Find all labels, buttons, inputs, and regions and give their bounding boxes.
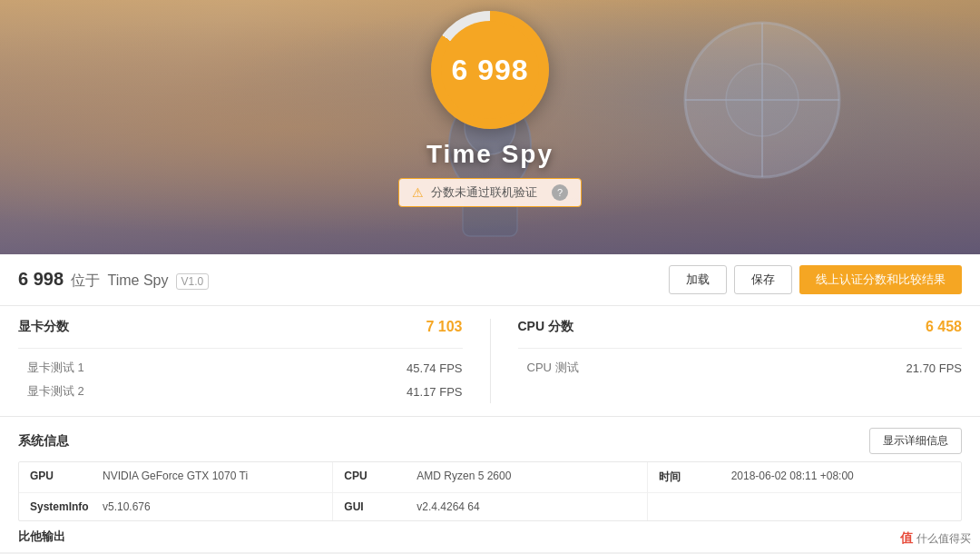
gpu-test-1-value: 45.74 FPS xyxy=(407,361,462,375)
watermark-icon: 值 xyxy=(900,530,913,547)
show-details-button[interactable]: 显示详细信息 xyxy=(869,428,962,454)
footer-note: 比他输出 xyxy=(0,521,980,552)
gpu-test-row-1: 显卡测试 1 45.74 FPS xyxy=(18,356,463,380)
sysinfo-cell-gui: GUI v2.4.4264 64 xyxy=(333,493,647,520)
cpu-panel: CPU 分数 6 458 CPU 测试 21.70 FPS xyxy=(518,319,963,403)
score-section: 6 998 Time Spy ⚠ 分数未通过联机验证 ? xyxy=(398,11,582,207)
title-left: 6 998 位于 Time Spy V1.0 xyxy=(18,269,209,291)
cpu-panel-header: CPU 分数 6 458 xyxy=(518,319,963,341)
sysinfo-value: v5.10.676 xyxy=(103,500,151,513)
gpu-test-1-label: 显卡测试 1 xyxy=(18,360,84,376)
gpu-panel-title: 显卡分数 xyxy=(18,319,69,335)
sysinfo-cell-gpu: GPU NVIDIA GeForce GTX 1070 Ti xyxy=(19,462,333,492)
gpu-panel: 显卡分数 7 103 显卡测试 1 45.74 FPS 显卡测试 2 41.17… xyxy=(18,319,463,403)
main-content: 6 998 位于 Time Spy V1.0 加载 保存 线上认证分数和比较结果… xyxy=(0,254,980,552)
sysinfo-row-1: GPU NVIDIA GeForce GTX 1070 Ti CPU AMD R… xyxy=(19,462,961,493)
sysinfo-table: GPU NVIDIA GeForce GTX 1070 Ti CPU AMD R… xyxy=(18,461,962,521)
sysinfo-cell-empty xyxy=(648,493,961,520)
sysinfo-label: SystemInfo xyxy=(30,500,103,513)
panel-separator xyxy=(490,319,491,403)
cpu-label: CPU xyxy=(344,470,416,485)
gpu-test-row-2: 显卡测试 2 41.17 FPS xyxy=(18,380,463,403)
hero-section: 6 998 Time Spy ⚠ 分数未通过联机验证 ? xyxy=(0,0,980,254)
cpu-test-1-label: CPU 测试 xyxy=(518,360,579,376)
cpu-panel-score: 6 458 xyxy=(926,319,962,335)
score-ring: 6 998 xyxy=(431,11,549,129)
cpu-value: AMD Ryzen 5 2600 xyxy=(416,470,511,485)
sysinfo-title: 系统信息 xyxy=(18,433,69,450)
title-rank-text: 位于 Time Spy xyxy=(71,272,168,291)
time-label: 时间 xyxy=(659,470,731,485)
cpu-panel-title: CPU 分数 xyxy=(518,319,573,335)
warning-help-button[interactable]: ? xyxy=(552,184,568,201)
sysinfo-cell-cpu: CPU AMD Ryzen 5 2600 xyxy=(333,462,647,492)
cpu-test-row-1: CPU 测试 21.70 FPS xyxy=(518,356,963,380)
gpu-panel-score: 7 103 xyxy=(426,319,462,335)
sysinfo-header: 系统信息 显示详细信息 xyxy=(0,417,980,461)
hero-score: 6 998 xyxy=(451,54,528,87)
sysinfo-cell-time: 时间 2018-06-02 08:11 +08:00 xyxy=(648,462,961,492)
warning-text: 分数未通过联机验证 xyxy=(431,184,537,201)
warning-banner: ⚠ 分数未通过联机验证 ? xyxy=(398,178,582,207)
title-version: V1.0 xyxy=(176,273,210,290)
watermark: 值 什么值得买 xyxy=(900,530,971,547)
sysinfo-row-2: SystemInfo v5.10.676 GUI v2.4.4264 64 xyxy=(19,493,961,520)
hero-benchmark-title: Time Spy xyxy=(426,140,554,169)
title-bar: 6 998 位于 Time Spy V1.0 加载 保存 线上认证分数和比较结果 xyxy=(0,254,980,306)
score-panels: 显卡分数 7 103 显卡测试 1 45.74 FPS 显卡测试 2 41.17… xyxy=(0,306,980,417)
gui-value: v2.4.4264 64 xyxy=(416,500,479,513)
cpu-test-1-value: 21.70 FPS xyxy=(906,361,962,375)
load-button[interactable]: 加载 xyxy=(669,265,727,294)
svg-point-3 xyxy=(726,64,799,136)
gpu-test-2-value: 41.17 FPS xyxy=(407,385,462,399)
title-buttons: 加载 保存 线上认证分数和比较结果 xyxy=(669,265,962,294)
sysinfo-cell-sysinfo: SystemInfo v5.10.676 xyxy=(19,493,333,520)
save-button[interactable]: 保存 xyxy=(734,265,792,294)
gpu-test-2-label: 显卡测试 2 xyxy=(18,383,84,400)
warning-icon: ⚠ xyxy=(412,185,424,200)
gpu-value: NVIDIA GeForce GTX 1070 Ti xyxy=(103,470,248,485)
cpu-divider xyxy=(518,348,963,349)
gpu-panel-header: 显卡分数 7 103 xyxy=(18,319,463,341)
gui-label: GUI xyxy=(344,500,416,513)
title-score: 6 998 xyxy=(18,269,64,290)
score-circle-inner: 6 998 xyxy=(441,21,539,119)
hero-window-decoration xyxy=(681,18,844,182)
online-verify-button[interactable]: 线上认证分数和比较结果 xyxy=(799,265,962,294)
gpu-divider xyxy=(18,348,463,349)
gpu-label: GPU xyxy=(30,470,103,485)
time-value: 2018-06-02 08:11 +08:00 xyxy=(731,470,854,485)
watermark-text: 什么值得买 xyxy=(916,531,971,547)
